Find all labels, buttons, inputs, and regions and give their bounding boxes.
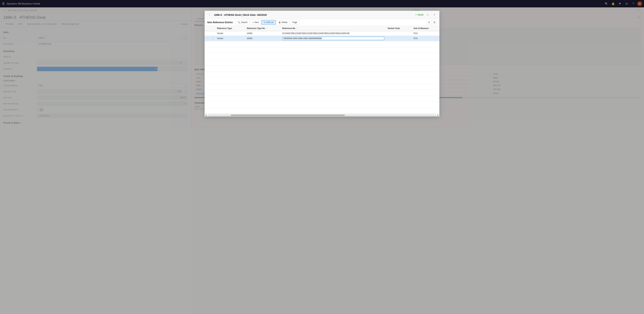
table-row-empty <box>204 72 440 78</box>
new-icon: + <box>252 21 254 24</box>
cell-variant-code[interactable] <box>386 36 412 41</box>
col-reference-no[interactable]: Reference No. ↑ <box>280 26 386 31</box>
filter-icon-btn[interactable]: ⚲ <box>427 20 431 25</box>
col-unit-of-measure[interactable]: Unit of Measure <box>412 26 440 31</box>
modal-overlay: ← 1896-S · ATHENS Desk | Work Date: 4/6/… <box>0 0 644 314</box>
sort-reference-type-no-icon: ↑ <box>266 28 267 29</box>
row-menu-btn[interactable] <box>210 31 215 36</box>
col-menu <box>210 26 215 31</box>
row-indicator: → <box>204 36 210 41</box>
horizontal-scrollbar[interactable] <box>208 114 436 116</box>
col-reference-type-no[interactable]: Reference Type No. ↑ <box>245 26 280 31</box>
edit-list-button[interactable]: ✎ Edit List <box>262 20 276 25</box>
delete-icon: 🗑 <box>278 21 281 24</box>
new-button[interactable]: + New <box>250 20 261 25</box>
table-row-empty <box>204 53 440 60</box>
scrollbar-thumb <box>231 114 345 116</box>
cell-reference-no[interactable]: 0123456789012345678901234567890123456789… <box>280 31 386 36</box>
modal-table-area: Reference Type ↑ Reference Type No. ↑ Re… <box>204 26 440 114</box>
modal-toolbar: Item Reference Entries 🔍 Search + New ✎ … <box>204 19 440 26</box>
cell-reference-type-no[interactable]: 20000 <box>245 36 280 41</box>
toolbar-right: ⚲ ☰ <box>427 20 437 25</box>
table-row-empty <box>204 90 440 96</box>
reference-no-input[interactable] <box>282 37 384 40</box>
col-indicator <box>204 26 210 31</box>
edit-list-icon: ✎ <box>264 21 266 24</box>
table-row-empty <box>204 60 440 66</box>
cell-reference-type[interactable]: Vendor <box>215 36 245 41</box>
modal-expand-button[interactable]: ⤴ <box>432 12 437 17</box>
cell-unit[interactable]: PCS <box>412 31 440 36</box>
search-icon: 🔍 <box>238 21 240 24</box>
table-row-empty <box>204 47 440 53</box>
table-row-empty <box>204 66 440 72</box>
sort-reference-no-icon: ↑ <box>297 28 298 29</box>
table-row[interactable]: → ⋮ Vendor 20000 PCS <box>204 36 440 41</box>
table-row-empty <box>204 108 440 114</box>
scroll-left-arrow[interactable]: ◀ <box>205 114 206 116</box>
cell-unit[interactable]: PCS <box>412 36 440 41</box>
sort-variant-code-icon: ↑ <box>401 28 402 29</box>
modal-dialog: ← 1896-S · ATHENS Desk | Work Date: 4/6/… <box>204 11 440 116</box>
table-row-empty <box>204 102 440 108</box>
table-row-empty <box>204 84 440 90</box>
sort-reference-type-icon: ↑ <box>233 28 234 29</box>
table-row[interactable]: Vendor 10000 012345678901234567890123456… <box>204 31 440 36</box>
cell-reference-no-input[interactable] <box>280 36 386 41</box>
table-row-empty <box>204 78 440 84</box>
modal-table: Reference Type ↑ Reference Type No. ↑ Re… <box>204 26 440 114</box>
delete-button[interactable]: 🗑 Delete <box>276 20 290 25</box>
scroll-right-arrow[interactable]: ▶ <box>438 114 439 116</box>
table-row-empty <box>204 96 440 102</box>
row-menu-btn[interactable]: ⋮ <box>210 36 215 41</box>
modal-header: ← 1896-S · ATHENS Desk | Work Date: 4/6/… <box>204 11 440 19</box>
col-variant-code[interactable]: Variant Code ↑ <box>386 26 412 31</box>
modal-scroll-footer: ◀ ▶ <box>204 114 440 116</box>
cell-reference-type[interactable]: Vendor <box>215 31 245 36</box>
search-button[interactable]: 🔍 Search <box>236 20 250 25</box>
row-indicator <box>204 31 210 36</box>
modal-new-window-button[interactable]: □ <box>425 12 430 17</box>
cell-reference-type-no[interactable]: 10000 <box>245 31 280 36</box>
modal-saved-badge: ✓ Saved <box>415 14 423 16</box>
page-button[interactable]: Page <box>290 20 299 24</box>
modal-toolbar-title: Item Reference Entries <box>207 21 233 24</box>
col-reference-type[interactable]: Reference Type ↑ <box>215 26 245 31</box>
modal-back-button[interactable]: ← <box>207 12 212 17</box>
modal-title: 1896-S · ATHENS Desk | Work Date: 4/6/20… <box>214 14 413 16</box>
table-row-empty <box>204 41 440 47</box>
cell-variant-code[interactable] <box>386 31 412 36</box>
list-view-btn[interactable]: ☰ <box>432 20 437 25</box>
